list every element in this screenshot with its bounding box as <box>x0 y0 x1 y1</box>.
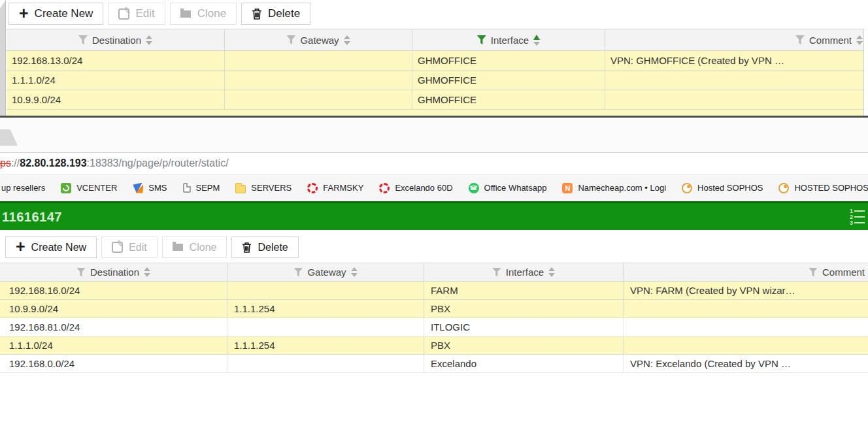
cell-gateway <box>227 318 424 336</box>
plus-icon <box>16 242 25 253</box>
table-row[interactable]: 192.168.81.0/24 ITLOGIC <box>0 318 868 336</box>
cell-interface: PBX <box>424 336 623 354</box>
column-label: Gateway <box>300 35 339 46</box>
sort-icons <box>344 35 350 45</box>
cell-comment <box>605 71 868 90</box>
create-new-button[interactable]: Create New <box>8 3 103 25</box>
table-row[interactable]: 192.168.13.0/24 GHMOFFICE VPN: GHMOFFICE… <box>7 51 868 71</box>
filter-icon-active[interactable] <box>477 35 486 44</box>
routes-table-main: Destination Gateway Interface Comment <box>0 263 868 373</box>
table-row[interactable]: 10.9.9.0/24 GHMOFFICE <box>7 90 868 110</box>
delete-label: Delete <box>258 242 288 253</box>
column-header-interface[interactable]: Interface <box>412 29 605 50</box>
column-label: Destination <box>92 35 141 46</box>
sophos-icon <box>682 183 692 193</box>
cell-interface: ITLOGIC <box>424 318 623 336</box>
table-scrollbar-gutter[interactable] <box>863 29 868 116</box>
bookmark-vcenter[interactable]: VCENTER <box>61 183 117 193</box>
bookmark-label: Excelando 60D <box>395 183 452 193</box>
bookmark-label: FARMSKY <box>323 183 363 193</box>
clone-button: Clone <box>162 236 227 258</box>
filter-icon[interactable] <box>293 268 303 277</box>
filter-icon[interactable] <box>492 268 501 277</box>
cell-comment <box>623 300 868 318</box>
bookmark-label: Office Whatsapp <box>484 183 547 193</box>
window-gap <box>0 118 868 153</box>
delete-button[interactable]: Delete <box>241 3 310 25</box>
sort-icons <box>548 267 555 277</box>
clone-label: Clone <box>197 7 226 20</box>
address-bar[interactable]: ps://82.80.128.193:18383/ng/page/p/route… <box>0 153 868 174</box>
fortinet-icon <box>379 183 390 193</box>
namecheap-icon <box>562 183 573 193</box>
plus-icon <box>19 8 29 20</box>
bookmark-sepm[interactable]: SEPM <box>183 183 220 193</box>
edit-button: Edit <box>108 3 165 25</box>
cell-comment <box>623 336 868 354</box>
bookmark-office-whatsapp[interactable]: Office Whatsapp <box>469 183 547 193</box>
edit-icon <box>118 8 129 20</box>
column-header-destination[interactable]: Destination <box>7 29 224 50</box>
cell-destination: 192.168.13.0/24 <box>7 51 224 70</box>
column-header-comment[interactable]: Comment <box>605 29 868 50</box>
cell-destination: 10.9.9.0/24 <box>7 90 224 109</box>
edit-button: Edit <box>101 236 158 258</box>
filter-icon[interactable] <box>286 35 295 44</box>
bookmark-hosted-sophos[interactable]: Hosted SOPHOS <box>682 183 763 193</box>
cell-gateway <box>227 282 424 299</box>
scrollbar-thumb[interactable] <box>0 129 18 146</box>
sort-icons-active-asc <box>533 35 540 46</box>
bookmark-sms[interactable]: SMS <box>133 183 167 193</box>
bookmark-farmsky[interactable]: FARMSKY <box>307 183 363 193</box>
edit-icon <box>112 242 123 253</box>
table-row[interactable]: 10.9.9.0/24 1.1.1.254 PBX <box>0 300 868 318</box>
table-row[interactable]: 192.168.16.0/24 FARM VPN: FARM (Created … <box>0 282 868 300</box>
bookmarks-bar: up resellers VCENTER SMS SEPM SERVERS FA… <box>0 174 868 201</box>
cell-interface: FARM <box>424 282 623 299</box>
vertical-scrollbar[interactable] <box>0 0 6 116</box>
cell-comment: VPN: Excelando (Created by VPN … <box>623 355 868 372</box>
bookmark-hosted-sophos-mail[interactable]: HOSTED SOPHOS Mail <box>778 183 868 193</box>
filter-icon[interactable] <box>78 35 88 44</box>
create-new-label: Create New <box>31 242 86 253</box>
table-row[interactable]: 192.168.0.0/24 Excelando VPN: Excelando … <box>0 355 868 373</box>
bookmark-servers[interactable]: SERVERS <box>235 183 292 193</box>
numbered-list-icon[interactable] <box>850 208 868 225</box>
cell-gateway: 1.1.1.254 <box>227 336 424 354</box>
bookmark-excelando-60d[interactable]: Excelando 60D <box>379 183 452 193</box>
cell-interface: GHMOFFICE <box>412 90 605 109</box>
clone-label: Clone <box>190 242 217 253</box>
edit-label: Edit <box>135 7 154 20</box>
create-new-button[interactable]: Create New <box>5 236 97 258</box>
cell-destination: 192.168.0.0/24 <box>0 355 227 372</box>
cell-interface: Excelando <box>424 355 623 372</box>
sort-icons <box>144 267 150 277</box>
column-header-destination[interactable]: Destination <box>0 263 227 281</box>
delete-button[interactable]: Delete <box>231 236 298 258</box>
clone-icon <box>180 8 192 20</box>
bookmark-up-resellers[interactable]: up resellers <box>1 183 45 193</box>
fortinet-icon <box>307 183 318 193</box>
cell-interface: GHMOFFICE <box>412 51 605 70</box>
url-host: 82.80.128.193 <box>20 157 86 169</box>
column-header-gateway[interactable]: Gateway <box>224 29 412 50</box>
table-row[interactable]: 1.1.1.0/24 1.1.1.254 PBX <box>0 336 868 355</box>
filter-icon[interactable] <box>809 268 818 277</box>
screen: Create New Edit Clone Delete Destination <box>0 0 868 424</box>
column-header-interface[interactable]: Interface <box>424 263 623 281</box>
bookmark-namecheap[interactable]: Namecheap.com • Logi <box>562 183 666 193</box>
bookmark-label: SERVERS <box>251 183 292 193</box>
cell-interface: GHMOFFICE <box>412 71 605 90</box>
static-routes-fragment-top: Create New Edit Clone Delete Destination <box>0 0 868 118</box>
cell-destination: 1.1.1.0/24 <box>7 71 224 90</box>
column-header-gateway[interactable]: Gateway <box>227 263 424 281</box>
table-row[interactable]: 1.1.1.0/24 GHMOFFICE <box>7 71 868 90</box>
scrollbar-arrow-icon <box>0 0 6 8</box>
filter-icon[interactable] <box>795 35 805 44</box>
cell-gateway <box>224 71 412 90</box>
vcenter-icon <box>61 183 71 193</box>
column-header-comment[interactable]: Comment <box>623 263 868 281</box>
device-banner: 11616147 <box>0 201 868 230</box>
sophos-icon <box>778 183 789 193</box>
filter-icon[interactable] <box>76 268 86 277</box>
